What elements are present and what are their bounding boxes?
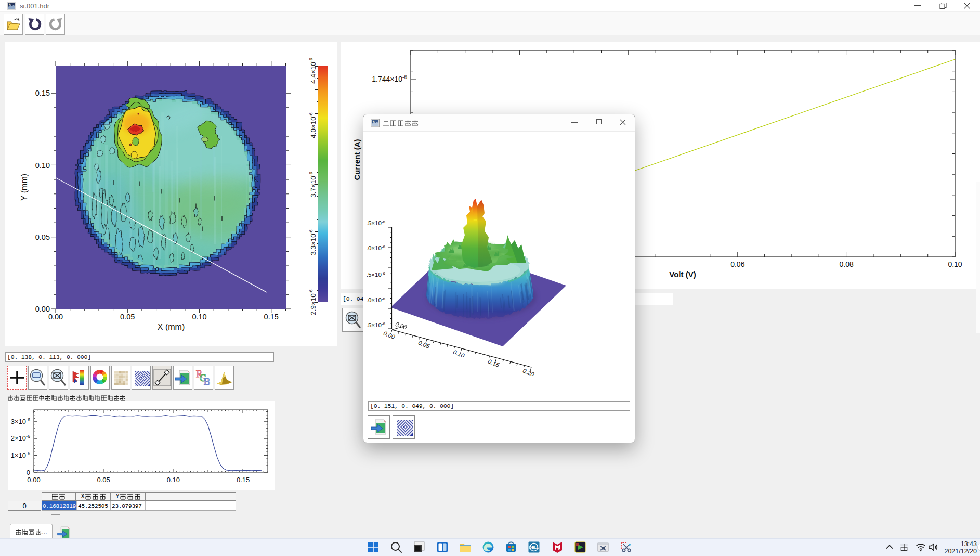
svg-text:1.744×10-6: 1.744×10-6 (372, 74, 407, 83)
svg-text:0.10: 0.10 (948, 260, 962, 268)
svg-text:0.10: 0.10 (167, 476, 180, 484)
svg-text:DELL: DELL (529, 546, 539, 549)
svg-text:Volt (V): Volt (V) (669, 270, 696, 279)
svg-text:.0×10-6: .0×10-6 (367, 244, 386, 251)
svg-text:0.15: 0.15 (487, 358, 501, 369)
svg-text:.0×10-6: .0×10-6 (367, 296, 386, 303)
svg-text:0.05: 0.05 (35, 233, 50, 241)
svg-text:0.10: 0.10 (35, 161, 50, 170)
svg-text:0.05: 0.05 (97, 476, 110, 484)
svg-text:B: B (204, 377, 210, 387)
svg-text:0.15: 0.15 (237, 476, 250, 484)
svg-text:X (mm): X (mm) (158, 322, 185, 331)
svg-text:0.00: 0.00 (35, 305, 50, 313)
svg-text:Y (mm): Y (mm) (20, 174, 29, 201)
svg-text:0.10: 0.10 (192, 313, 206, 321)
svg-text:.5×10-6: .5×10-6 (367, 271, 386, 278)
svg-text:0.20: 0.20 (522, 368, 535, 378)
svg-text:0.10: 0.10 (452, 349, 466, 359)
svg-text:0: 0 (27, 469, 30, 476)
svg-text:0.15: 0.15 (264, 313, 279, 321)
svg-text:0.05: 0.05 (417, 340, 431, 350)
svg-text:Current (A): Current (A) (352, 139, 361, 180)
svg-text:0.00: 0.00 (48, 313, 63, 321)
svg-text:.5×10-6: .5×10-6 (367, 321, 386, 328)
svg-text:0.00: 0.00 (27, 476, 40, 484)
svg-text:0.15: 0.15 (35, 89, 50, 97)
svg-text:.5×10-6: .5×10-6 (367, 219, 386, 226)
svg-text:0.06: 0.06 (730, 260, 744, 268)
svg-text:0.08: 0.08 (840, 260, 854, 268)
svg-text:0.00: 0.00 (383, 330, 396, 341)
svg-text:0.05: 0.05 (120, 313, 135, 321)
svg-text:0.00: 0.00 (395, 321, 408, 331)
